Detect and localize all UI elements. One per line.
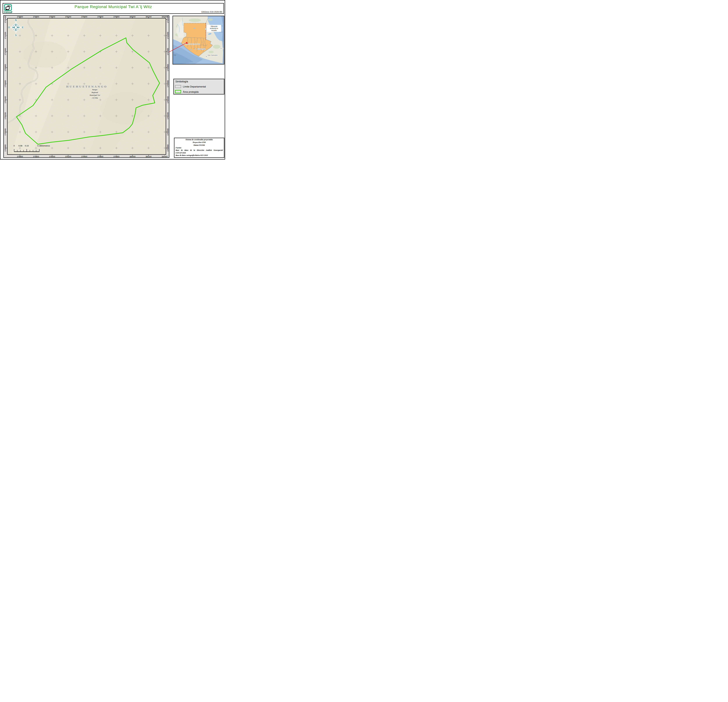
grid-tick xyxy=(6,52,7,52)
scalebar-label: 0.15 xyxy=(25,145,29,147)
page-title: Parque Regional Municipal Twi A´lj Witz xyxy=(3,4,224,9)
park-label-line: Regional xyxy=(90,91,100,94)
grid-tick xyxy=(6,68,7,68)
y-coordinate-label-left: 1709400 xyxy=(4,97,6,104)
grid-tick xyxy=(6,84,7,84)
info-line: Datum WGS84 xyxy=(176,144,223,146)
grid-tick xyxy=(20,17,20,18)
compass-east-label: E xyxy=(22,26,23,29)
scalebar-label: 0 xyxy=(13,145,15,147)
park-label-line: Municipal Twi xyxy=(90,94,100,97)
map-frame: N S E O HUEHUETENANGO Parque Regional Mu… xyxy=(3,15,169,158)
info-line: CONAP 2026 xyxy=(176,152,223,154)
scalebar-ruler xyxy=(13,148,61,152)
grid-tick xyxy=(68,17,68,18)
scale-bar: 0 0.08 0.15 0.31 Kilómetros xyxy=(13,145,61,152)
y-coordinate-label-left: 1710200 xyxy=(4,32,6,39)
grid-tick xyxy=(166,19,167,20)
legend-item-label: Límite Departamental xyxy=(183,85,206,88)
grid-tick xyxy=(68,155,68,156)
inset-locator-map: B Guatemala Guatemala San Salvador Ho Gu… xyxy=(173,16,224,65)
map-document-page: CONAP Parque Regional Municipal Twi A´lj… xyxy=(0,0,225,160)
info-line: Sistema de coordenadas proyectadas xyxy=(176,138,223,141)
grid-tick xyxy=(6,19,7,20)
grid-tick xyxy=(116,17,117,18)
info-line: Base de datos cartografía básica IGN 201… xyxy=(176,154,223,156)
y-coordinate-label-left: 1709600 xyxy=(4,80,6,87)
department-label: HUEHUETENANGO xyxy=(66,85,107,88)
scalebar-unit: Kilómetros xyxy=(40,145,50,147)
grid-tick xyxy=(6,132,7,132)
grid-tick xyxy=(6,148,7,148)
grid-tick xyxy=(6,116,7,116)
y-coordinate-label-left: 1709200 xyxy=(4,112,6,120)
grid-tick xyxy=(132,155,133,156)
park-label-line: Parque xyxy=(90,88,100,91)
grid-tick xyxy=(132,17,133,18)
coordinate-system-info-box: Sistema de coordenadas proyectadas Proye… xyxy=(174,138,224,158)
legend-box: Simbología Límite Departamental Área pro… xyxy=(173,79,224,94)
grid-tick xyxy=(166,52,167,52)
grid-tick xyxy=(148,17,149,18)
grid-tick xyxy=(36,17,36,18)
sheet-code: DAGeos-316-2026-BS xyxy=(201,11,222,13)
grid-tick xyxy=(165,155,165,156)
grid-tick xyxy=(52,155,52,156)
y-coordinate-label-left: 1710400 xyxy=(4,16,6,23)
grid-tick xyxy=(166,132,167,132)
grid-tick xyxy=(52,17,52,18)
grid-tick xyxy=(148,155,149,156)
conap-logo-text: CONAP xyxy=(4,11,12,13)
header-box: CONAP Parque Regional Municipal Twi A´lj… xyxy=(3,3,224,14)
park-name-label: Parque Regional Municipal Twi A´lj Witz xyxy=(90,88,100,99)
y-coordinate-label-left: 1709000 xyxy=(4,128,6,135)
info-line: Base de datos de la Dirección Análisis G… xyxy=(176,149,223,151)
grid-tick xyxy=(166,116,167,116)
park-label-line: A´lj Witz xyxy=(90,97,100,99)
y-coordinate-label-left: 1710000 xyxy=(4,48,6,55)
scalebar-label: 0.08 xyxy=(19,145,22,147)
grid-tick xyxy=(20,155,20,156)
compass-north-label: N xyxy=(15,19,17,22)
map-canvas: N S E O HUEHUETENANGO Parque Regional Mu… xyxy=(7,18,166,155)
legend-title: Simbología xyxy=(175,80,188,83)
grid-tick xyxy=(166,84,167,84)
info-line: Fuente: xyxy=(176,147,223,149)
legend-item-label: Área protegida xyxy=(183,91,199,93)
compass-south-label: S xyxy=(15,34,17,36)
compass-rose: N S E O xyxy=(8,18,23,37)
grid-tick xyxy=(166,148,167,148)
grid-tick xyxy=(116,155,117,156)
inset-drawing: B Guatemala Guatemala San Salvador Ho Gu… xyxy=(173,16,224,64)
inset-texture xyxy=(173,16,224,64)
y-coordinate-label-left: 1709800 xyxy=(4,64,6,71)
protected-area-swatch xyxy=(175,90,181,93)
info-line: Proyección GTM xyxy=(176,141,223,144)
compass-west-label: O xyxy=(8,26,10,29)
departmental-limit-swatch xyxy=(175,85,181,88)
y-coordinate-label-left: 1708800 xyxy=(4,144,6,152)
grid-tick xyxy=(166,68,167,68)
grid-tick xyxy=(165,17,165,18)
grid-tick xyxy=(36,155,36,156)
